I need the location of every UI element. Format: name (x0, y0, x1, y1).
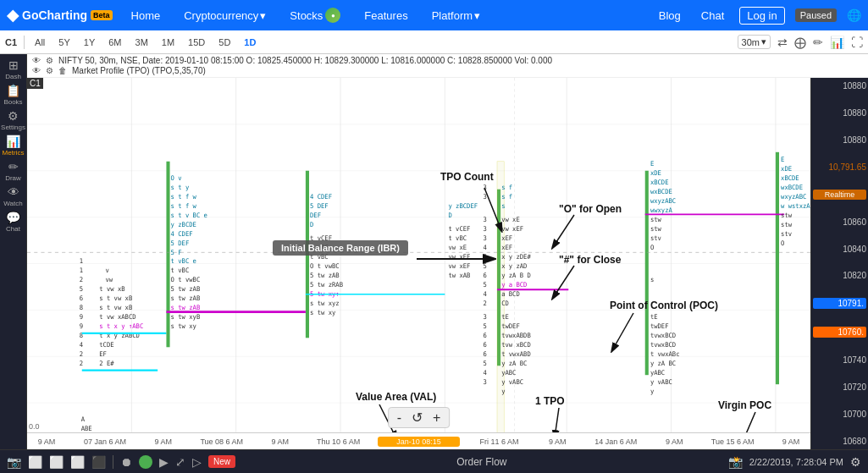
svg-text:y zBCDE: y zBCDE (171, 220, 196, 228)
svg-text:EF: EF (99, 350, 107, 358)
chart-type-icon[interactable]: 📊 (830, 36, 844, 49)
svg-text:xEF: xEF (501, 234, 512, 242)
svg-text:5: 5 (484, 253, 487, 261)
svg-text:stw: stw (781, 220, 792, 228)
svg-text:1: 1 (80, 267, 83, 274)
chart-main[interactable]: C1 (27, 78, 810, 449)
nav-features[interactable]: Features (359, 6, 412, 25)
logo-area[interactable]: ◆ GoCharting Beta (7, 6, 113, 25)
camera-icon[interactable]: 📷 (7, 455, 21, 469)
svg-text:ABE: ABE (81, 425, 92, 432)
layout3-icon[interactable]: ⬜ (70, 455, 85, 469)
layout4-icon[interactable]: ⬛ (91, 455, 106, 469)
svg-text:4 CDEF: 4 CDEF (171, 229, 193, 237)
svg-text:5: 5 (484, 262, 487, 270)
time-jan10: Jan-10 08:15 (378, 437, 461, 447)
delete-icon[interactable]: 🗑 (58, 66, 67, 75)
time-fri11: Fri 11 6 AM (460, 437, 538, 446)
svg-text:wxyzABC: wxyzABC (650, 197, 676, 205)
svg-text:6: 6 (484, 332, 487, 339)
nav-platform[interactable]: Platform ▾ (427, 6, 485, 25)
svg-text:x y zAD: x y zAD (501, 262, 528, 270)
nav-home[interactable]: Home (126, 6, 166, 25)
price-axis: 10880 10880 10880 10,791.65 Realtime 108… (810, 78, 868, 449)
sidebar-books[interactable]: 📋 Books (2, 83, 25, 107)
eye-icon2[interactable]: 👁 (32, 66, 41, 75)
time-9am-1: 9 AM (27, 437, 66, 446)
tb-3m[interactable]: 3M (132, 36, 152, 49)
draw-icon[interactable]: ✏ (813, 36, 823, 49)
zoom-in-button[interactable]: + (429, 410, 444, 426)
tpo-count-label: TPO Count (440, 171, 494, 183)
svg-text:2 E#: 2 E# (99, 360, 114, 367)
forward-icon[interactable]: ▷ (192, 455, 202, 469)
svg-text:t vw xB: t vw xB (99, 285, 125, 293)
close-label: "#" for Close (559, 254, 621, 266)
camera-icon2[interactable]: 📸 (728, 455, 743, 469)
left-sidebar: ⊞ Dash 📋 Books ⚙ Settings 📊 Metrics ✏ Dr… (0, 54, 27, 449)
svg-text:xDE: xDE (781, 165, 792, 173)
eye-icon[interactable]: 👁 (32, 56, 41, 65)
svg-text:vw xE: vw xE (501, 216, 520, 223)
settings-icon: ⚙ (8, 109, 19, 123)
svg-text:6: 6 (484, 272, 487, 279)
svg-text:t vwxABc: t vwxABc (650, 350, 680, 358)
svg-text:O: O (650, 244, 655, 251)
tb-1d[interactable]: 1D (240, 36, 259, 49)
nav-chat[interactable]: Chat (696, 6, 729, 25)
nav-login[interactable]: Log in (739, 7, 784, 25)
interval-selector[interactable]: 30m ▾ (738, 35, 771, 49)
settings-icon4[interactable]: ⚙ (850, 455, 861, 469)
nav-cryptocurrency[interactable]: Cryptocurrency ▾ (179, 6, 271, 25)
tb-all[interactable]: All (31, 36, 48, 49)
record-icon[interactable]: ⏺ (120, 455, 132, 469)
tb-6m[interactable]: 6M (105, 36, 124, 49)
tb-1m[interactable]: 1M (158, 36, 178, 49)
nav-blog[interactable]: Blog (654, 6, 686, 25)
svg-text:t vCEF: t vCEF (448, 225, 470, 233)
svg-text:t vwxABD: t vwxABD (501, 350, 531, 358)
layout2-icon[interactable]: ⬜ (49, 455, 64, 469)
sidebar-chat[interactable]: 💬 Chat (2, 210, 25, 234)
svg-text:tw xAB: tw xAB (448, 272, 470, 279)
play-icon[interactable]: ▶ (159, 455, 169, 469)
price-10760: 10760. (813, 327, 866, 338)
sidebar-draw[interactable]: ✏ Draw (2, 159, 25, 183)
chart-info-line2: Market Profile (TPO) (TPO,5,35,70) (72, 66, 206, 75)
sidebar-settings[interactable]: ⚙ Settings (2, 108, 25, 132)
svg-text:5 tw zRAB: 5 tw zRAB (310, 281, 343, 289)
svg-text:wwxyzA: wwxyzA (650, 206, 672, 214)
svg-text:yABC: yABC (501, 369, 516, 377)
svg-text:vw xEF: vw xEF (448, 262, 470, 270)
svg-text:tvwxABDB: tvwxABDB (501, 332, 531, 339)
tb-5d[interactable]: 5D (215, 36, 234, 49)
svg-text:twDEF: twDEF (650, 322, 669, 330)
svg-rect-48 (776, 152, 779, 384)
tb-15d[interactable]: 15D (185, 36, 208, 49)
settings-icon3[interactable]: ⚙ (46, 66, 53, 75)
svg-text:s tw xy: s tw xy (171, 322, 197, 330)
settings-icon2[interactable]: ⚙ (46, 56, 53, 65)
svg-text:3: 3 (484, 234, 487, 242)
fullscreen-icon[interactable]: ⛶ (851, 36, 863, 49)
svg-text:5: 5 (80, 285, 83, 293)
compare-icon[interactable]: ⇄ (777, 36, 788, 49)
nav-stocks[interactable]: Stocks ● (285, 4, 346, 26)
layout1-icon[interactable]: ⬜ (28, 455, 42, 469)
tb-5y[interactable]: 5Y (55, 36, 73, 49)
time-9am-4: 9 AM (538, 437, 577, 446)
indicator-icon[interactable]: ⨁ (794, 36, 806, 49)
tb-1y[interactable]: 1Y (80, 36, 98, 49)
order-flow-label[interactable]: Order Flow (242, 456, 721, 468)
svg-text:2: 2 (80, 350, 83, 358)
zoom-out-button[interactable]: - (394, 410, 405, 426)
svg-text:E: E (781, 156, 784, 163)
sidebar-metrics[interactable]: 📊 Metrics (2, 134, 25, 157)
expand-icon[interactable]: ⤢ (175, 455, 185, 469)
svg-text:xEF: xEF (501, 244, 512, 251)
sidebar-dash[interactable]: ⊞ Dash (2, 58, 25, 81)
sidebar-watch[interactable]: 👁 Watch (2, 184, 25, 208)
svg-text:5 DEF: 5 DEF (310, 201, 329, 209)
zoom-reset-button[interactable]: ↺ (408, 410, 426, 426)
time-jan7: 07 Jan 6 AM (66, 437, 144, 446)
